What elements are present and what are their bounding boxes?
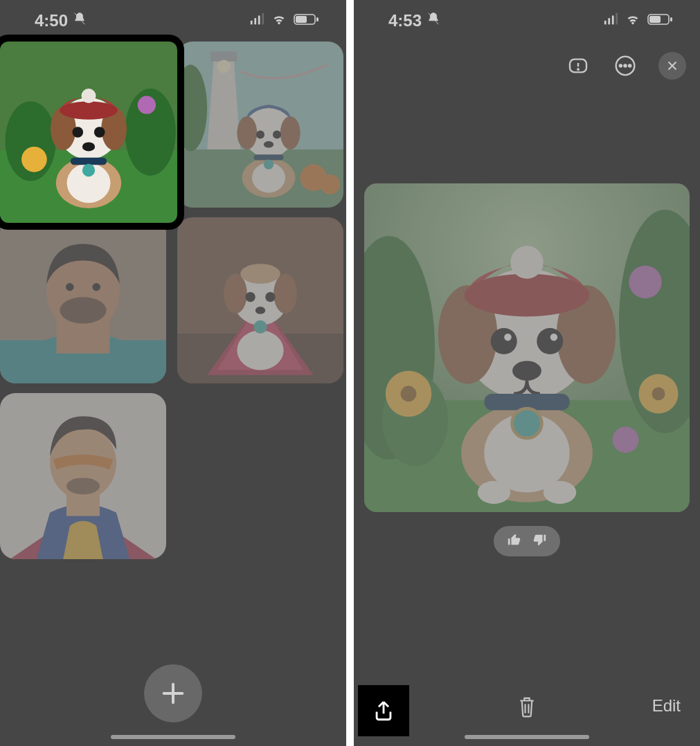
svg-point-107 <box>613 427 639 453</box>
thumb-man-teal[interactable] <box>0 217 166 383</box>
svg-point-77 <box>82 89 96 103</box>
status-bar: 4:50 <box>0 0 346 42</box>
thumbs-up-button[interactable] <box>507 532 522 550</box>
svg-point-52 <box>237 330 283 370</box>
svg-point-47 <box>60 297 106 323</box>
status-left: 4:53 <box>388 11 441 30</box>
home-indicator <box>111 735 235 739</box>
svg-point-80 <box>82 142 95 151</box>
status-bar: 4:53 <box>354 0 700 42</box>
left-phone-gallery: 4:50 <box>0 0 346 746</box>
svg-point-55 <box>273 274 297 314</box>
svg-rect-40 <box>253 154 283 160</box>
delete-button[interactable] <box>517 695 537 721</box>
svg-rect-0 <box>251 21 253 25</box>
svg-rect-83 <box>604 21 607 25</box>
svg-point-115 <box>465 274 590 317</box>
selected-thumb-highlight <box>0 42 177 223</box>
svg-point-120 <box>550 334 557 340</box>
svg-point-28 <box>217 60 231 73</box>
svg-point-49 <box>92 283 100 291</box>
svg-rect-2 <box>258 16 260 25</box>
right-phone-detail: 4:53 <box>354 0 700 746</box>
add-button[interactable] <box>144 664 202 722</box>
silent-icon <box>426 11 441 30</box>
status-right <box>249 12 318 30</box>
thumbs-down-button[interactable] <box>532 532 547 550</box>
svg-point-58 <box>265 292 275 302</box>
svg-point-38 <box>273 130 281 138</box>
svg-point-123 <box>512 408 542 438</box>
status-left: 4:50 <box>35 11 87 30</box>
svg-point-60 <box>253 320 267 334</box>
svg-point-121 <box>512 361 541 381</box>
svg-point-119 <box>537 328 563 354</box>
svg-point-110 <box>478 481 511 504</box>
svg-point-56 <box>240 264 280 284</box>
svg-point-117 <box>491 328 517 354</box>
svg-point-36 <box>280 116 300 149</box>
svg-point-82 <box>82 164 95 176</box>
cellular-icon <box>249 12 264 30</box>
edit-button[interactable]: Edit <box>652 696 681 716</box>
top-actions <box>564 52 686 80</box>
svg-rect-81 <box>71 158 107 165</box>
thumb-dog-cape[interactable] <box>177 217 343 383</box>
thumb-man-superhero[interactable] <box>0 393 166 559</box>
wifi-icon <box>625 12 640 30</box>
svg-point-41 <box>264 159 273 169</box>
battery-icon <box>294 13 318 28</box>
svg-point-102 <box>401 386 417 402</box>
thumb-dog-lighthouse[interactable] <box>177 42 343 208</box>
feedback-pill <box>494 526 560 556</box>
svg-rect-89 <box>670 17 672 21</box>
svg-point-95 <box>624 64 626 66</box>
more-button[interactable] <box>611 52 639 80</box>
cellular-icon <box>603 12 618 30</box>
svg-point-37 <box>256 130 264 138</box>
svg-point-59 <box>255 307 265 314</box>
svg-point-111 <box>544 481 577 504</box>
svg-point-78 <box>72 127 83 138</box>
svg-point-54 <box>224 274 247 314</box>
status-time: 4:50 <box>35 11 68 30</box>
svg-point-118 <box>504 334 511 340</box>
silent-icon <box>72 11 87 30</box>
svg-point-92 <box>577 69 579 71</box>
share-button[interactable] <box>358 685 409 736</box>
svg-rect-3 <box>262 13 264 25</box>
svg-point-116 <box>510 246 544 279</box>
svg-point-69 <box>21 147 47 172</box>
home-indicator <box>465 735 589 739</box>
svg-rect-86 <box>616 13 618 25</box>
svg-point-76 <box>60 101 118 119</box>
svg-point-35 <box>237 116 257 149</box>
main-image[interactable] <box>364 183 690 512</box>
svg-rect-1 <box>254 18 256 24</box>
svg-point-70 <box>138 96 156 114</box>
svg-rect-6 <box>316 17 318 21</box>
battery-icon <box>647 13 672 28</box>
wifi-icon <box>271 12 287 30</box>
svg-point-48 <box>66 283 74 291</box>
svg-point-31 <box>320 174 340 194</box>
svg-point-57 <box>245 292 255 302</box>
svg-point-39 <box>264 141 273 148</box>
svg-rect-85 <box>612 16 614 25</box>
svg-point-106 <box>652 388 665 401</box>
svg-rect-88 <box>649 16 661 23</box>
status-time: 4:53 <box>388 11 422 30</box>
report-button[interactable] <box>564 52 592 80</box>
svg-rect-84 <box>608 18 610 24</box>
svg-point-64 <box>66 477 100 494</box>
svg-point-96 <box>629 64 631 66</box>
svg-point-79 <box>94 127 105 138</box>
svg-point-104 <box>629 266 662 299</box>
svg-rect-5 <box>296 16 307 23</box>
status-right <box>603 12 672 30</box>
svg-point-94 <box>620 64 622 66</box>
close-button[interactable] <box>658 52 686 80</box>
